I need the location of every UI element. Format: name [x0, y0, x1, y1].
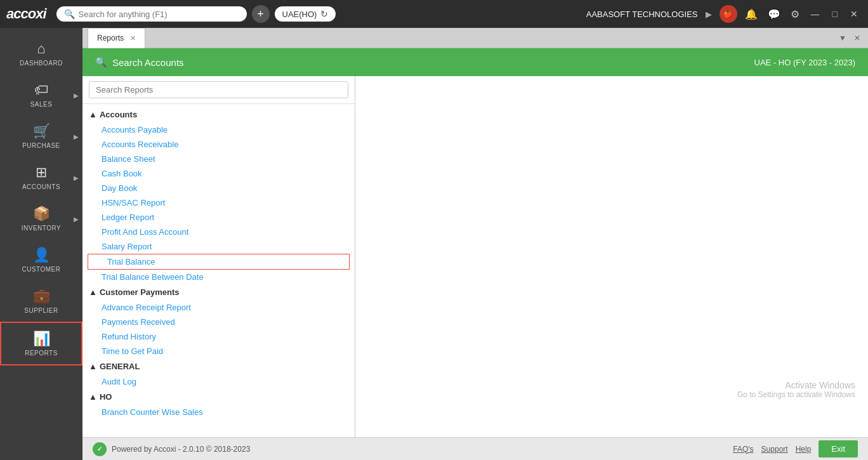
- sidebar-item-supplier[interactable]: 💼 SUPPLIER: [0, 280, 82, 322]
- trial-balance-item[interactable]: Trial Balance: [88, 254, 350, 270]
- org-selector[interactable]: UAE(HO) ↻: [275, 6, 336, 22]
- list-item[interactable]: Accounts Payable: [82, 122, 355, 137]
- minimize-button[interactable]: —: [807, 6, 824, 22]
- category-customer-payments[interactable]: ▲ Customer Payments: [82, 284, 355, 300]
- tab-controls: ▼ ✕: [836, 32, 863, 44]
- main-layout: ⌂ DASHBOARD 🏷 SALES ▶ 🛒 PURCHASE ▶ ⊞ ACC…: [0, 28, 868, 460]
- add-button[interactable]: +: [252, 5, 270, 23]
- footer-right: FAQ's Support Help Exit: [733, 440, 858, 457]
- notification-icon[interactable]: 🔔: [742, 6, 760, 23]
- search-icon: 🔍: [64, 9, 75, 19]
- category-ho[interactable]: ▲ HO: [82, 389, 355, 405]
- sales-icon: 🏷: [34, 82, 48, 98]
- top-icons: 🔔 💬 ⚙ — □ ✕: [742, 6, 862, 23]
- sidebar-item-accounts[interactable]: ⊞ ACCOUNTS ▶: [0, 157, 82, 198]
- tree-list: ▲ Accounts Accounts Payable Accounts Rec…: [82, 104, 355, 437]
- inventory-arrow: ▶: [74, 215, 79, 222]
- list-item[interactable]: Branch Counter Wise Sales: [82, 405, 355, 419]
- customer-icon: 👤: [33, 247, 50, 263]
- close-button[interactable]: ✕: [846, 6, 862, 22]
- category-general-label: GENERAL: [100, 362, 140, 371]
- right-panel: Activate Windows Go to Settings to activ…: [355, 76, 868, 437]
- sidebar-label-reports: REPORTS: [25, 350, 58, 357]
- reports-icon: 📊: [33, 331, 50, 347]
- list-item[interactable]: Advance Receipt Report: [82, 300, 355, 315]
- reports-tab-label: Reports: [97, 34, 124, 43]
- list-item[interactable]: Refund History: [82, 329, 355, 344]
- list-item[interactable]: Accounts Receivable: [82, 137, 355, 152]
- header-subtitle: UAE - HO (FY 2023 - 2023): [754, 58, 855, 67]
- list-item[interactable]: Profit And Loss Account: [82, 225, 355, 239]
- tab-dropdown-icon[interactable]: ▼: [836, 32, 849, 44]
- sidebar-label-sales: SALES: [30, 101, 53, 108]
- list-item[interactable]: Payments Received: [82, 315, 355, 329]
- faqs-link[interactable]: FAQ's: [733, 445, 753, 454]
- sidebar-item-sales[interactable]: 🏷 SALES ▶: [0, 74, 82, 115]
- sidebar-item-dashboard[interactable]: ⌂ DASHBOARD: [0, 33, 82, 74]
- list-item[interactable]: Trial Balance Between Date: [82, 270, 355, 284]
- sidebar-item-purchase[interactable]: 🛒 PURCHASE ▶: [0, 115, 82, 157]
- category-ho-label: HO: [100, 392, 112, 402]
- sidebar-label-inventory: INVENTORY: [22, 225, 61, 232]
- list-item[interactable]: Cash Book: [82, 166, 355, 181]
- search-reports-box: [82, 76, 355, 104]
- sidebar-label-customer: CUSTOMER: [22, 266, 60, 273]
- settings-icon[interactable]: ⚙: [788, 6, 802, 23]
- ho-arrow-icon: ▲: [89, 392, 97, 402]
- list-item[interactable]: Balance Sheet: [82, 152, 355, 166]
- search-reports-input[interactable]: [89, 81, 348, 98]
- global-search-box[interactable]: 🔍: [56, 6, 247, 22]
- list-item[interactable]: Time to Get Paid: [82, 344, 355, 358]
- help-link[interactable]: Help: [796, 445, 812, 454]
- dashboard-icon: ⌂: [37, 41, 45, 57]
- content-area: Reports ✕ ▼ ✕ 🔍 Search Accounts UAE - HO…: [82, 28, 868, 460]
- list-item[interactable]: Ledger Report: [82, 210, 355, 225]
- header-right: UAE - HO (FY 2023 - 2023): [754, 58, 855, 67]
- category-accounts-label: Accounts: [100, 110, 137, 119]
- search-icon-header: 🔍: [95, 56, 107, 68]
- sidebar-item-inventory[interactable]: 📦 INVENTORY ▶: [0, 198, 82, 239]
- sales-arrow: ▶: [74, 91, 79, 98]
- company-name: AABASOFT TECHNOLOGIES: [586, 10, 698, 19]
- header-title: Search Accounts: [112, 57, 184, 68]
- list-item[interactable]: Day Book: [82, 181, 355, 195]
- reports-content: ▲ Accounts Accounts Payable Accounts Rec…: [82, 76, 868, 437]
- maximize-button[interactable]: □: [829, 6, 841, 22]
- header-left: 🔍 Search Accounts: [95, 56, 184, 68]
- reports-tab[interactable]: Reports ✕: [88, 28, 145, 48]
- purchase-arrow: ▶: [74, 133, 79, 140]
- tab-close-icon[interactable]: ✕: [130, 34, 136, 43]
- org-label: UAE(HO): [282, 10, 317, 19]
- list-item[interactable]: Salary Report: [82, 239, 355, 254]
- support-link[interactable]: Support: [761, 445, 788, 454]
- sidebar-label-purchase: PURCHASE: [22, 142, 60, 149]
- tab-close-all-icon[interactable]: ✕: [852, 32, 863, 44]
- list-item[interactable]: Audit Log: [82, 374, 355, 389]
- exit-button[interactable]: Exit: [819, 440, 858, 457]
- chat-icon[interactable]: 💬: [765, 6, 783, 23]
- sidebar: ⌂ DASHBOARD 🏷 SALES ▶ 🛒 PURCHASE ▶ ⊞ ACC…: [0, 28, 82, 460]
- accounts-arrow: ▶: [74, 174, 79, 181]
- category-general[interactable]: ▲ GENERAL: [82, 358, 355, 374]
- powered-by-text: Powered by Accoxi - 2.0.10 © 2018-2023: [112, 445, 250, 454]
- sidebar-item-customer[interactable]: 👤 CUSTOMER: [0, 239, 82, 280]
- footer-left: ✓ Powered by Accoxi - 2.0.10 © 2018-2023: [93, 442, 250, 456]
- general-arrow-icon: ▲: [89, 362, 97, 371]
- arrow-icon: ▶: [706, 10, 712, 19]
- accounts-icon: ⊞: [36, 164, 47, 181]
- left-panel: ▲ Accounts Accounts Payable Accounts Rec…: [82, 76, 355, 437]
- accounts-arrow-icon: ▲: [89, 110, 97, 119]
- sidebar-label-dashboard: DASHBOARD: [20, 60, 63, 67]
- footer-logo: ✓: [93, 442, 107, 456]
- global-search-input[interactable]: [79, 10, 231, 19]
- activate-windows-sub: Go to Settings to activate Windows: [737, 390, 855, 399]
- tab-bar: Reports ✕ ▼ ✕: [82, 28, 868, 48]
- customer-payments-arrow-icon: ▲: [89, 287, 97, 297]
- user-avatar: 🍎: [720, 5, 737, 23]
- list-item[interactable]: HSN/SAC Report: [82, 195, 355, 210]
- refresh-icon[interactable]: ↻: [320, 9, 328, 19]
- activate-windows-title: Activate Windows: [737, 380, 855, 390]
- category-accounts[interactable]: ▲ Accounts: [82, 107, 355, 122]
- sidebar-item-reports[interactable]: 📊 REPORTS: [0, 322, 82, 365]
- sidebar-label-accounts: ACCOUNTS: [22, 183, 60, 190]
